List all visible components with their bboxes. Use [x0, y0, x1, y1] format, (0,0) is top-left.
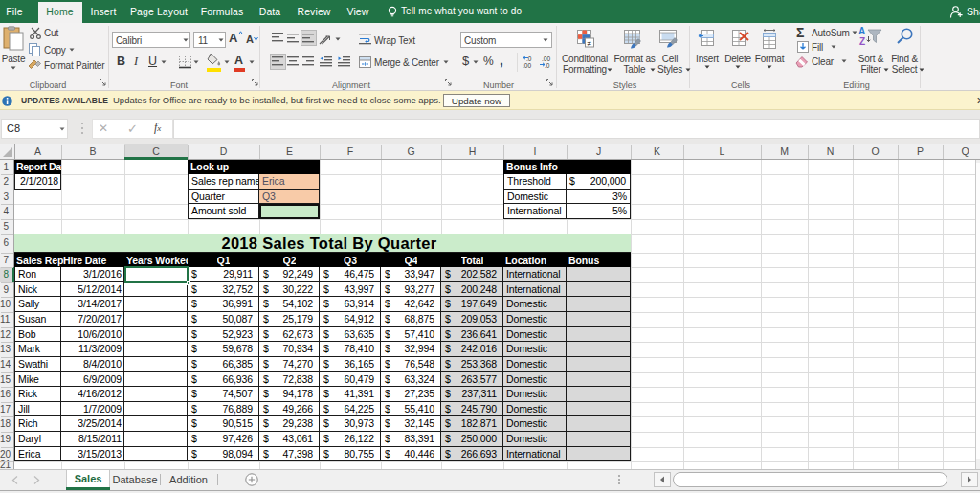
svg-text:.00: .00 [542, 56, 550, 62]
svg-text:.0: .0 [545, 62, 550, 69]
svg-text:.0: .0 [526, 56, 532, 62]
svg-text:Z: Z [859, 36, 865, 47]
svg-text:≠: ≠ [588, 39, 592, 48]
svg-text:A: A [858, 26, 865, 36]
svg-text:.00: .00 [523, 62, 531, 69]
